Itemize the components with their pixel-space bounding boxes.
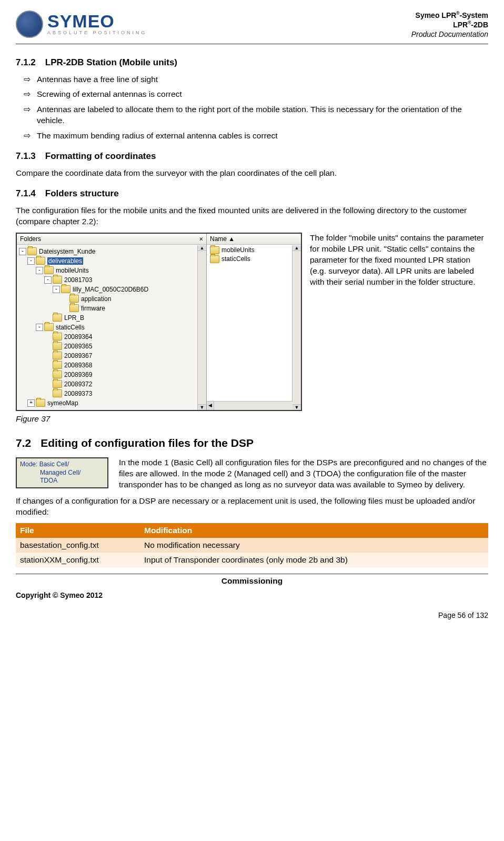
file-name: mobileUnits: [221, 246, 255, 254]
tree-row: 20089369: [17, 370, 206, 379]
tree-label: application: [81, 295, 111, 303]
tree-label: LPR_B: [64, 314, 84, 322]
folder-icon: [53, 352, 62, 359]
heading-7-1-3: 7.1.3Formatting of coordinates: [16, 151, 488, 162]
folder-screenshot: Folders × -Dateisystem_Kunde-deliverable…: [16, 233, 302, 411]
folders-pane-title: Folders: [20, 235, 41, 243]
paragraph: In the mode 1 (Basic Cell) all configura…: [119, 457, 488, 490]
folder-icon: [210, 246, 219, 254]
list-item: ⇨Screwing of external antennas is correc…: [24, 89, 488, 100]
tree-label: 20089364: [64, 333, 92, 341]
bullet-icon: ⇨: [24, 104, 31, 126]
logo-text-main: SYMEO: [47, 13, 147, 29]
close-icon: ×: [199, 235, 203, 243]
tree-label: deliverables: [47, 257, 83, 265]
modification-table: File Modification basestation_config.txt…: [16, 523, 488, 567]
paragraph: The configuration files for the mobile u…: [16, 205, 488, 227]
tree-row: 20089365: [17, 342, 206, 351]
table-header-modification: Modification: [140, 523, 488, 538]
tree-label: firmware: [81, 305, 105, 312]
list-item: ⇨Antennas have a free line of sight: [24, 74, 488, 85]
tree-label: mobileUnits: [56, 267, 89, 274]
tree-toggle-icon: -: [27, 257, 35, 265]
tree-row: 20089367: [17, 351, 206, 361]
tree-row: 20089373: [17, 389, 206, 398]
folder-icon: [53, 276, 62, 284]
tree-row: 20089364: [17, 332, 206, 342]
page-header: SYMEO ABSOLUTE POSITIONING Symeo LPR®-Sy…: [16, 11, 488, 44]
table-row: basestation_config.txt No modification n…: [16, 538, 488, 553]
folder-icon: [69, 295, 79, 303]
tree-label: 20089367: [64, 352, 92, 359]
file-list-row: staticCells: [207, 255, 301, 264]
footer-section-title: Commissioning: [16, 574, 488, 591]
figure-caption: Figure 37: [16, 414, 488, 424]
file-list-row: mobileUnits: [207, 246, 301, 255]
tree-toggle-icon: -: [36, 324, 43, 331]
folder-icon: [53, 389, 62, 397]
tree-row: 20089372: [17, 379, 206, 389]
folder-icon: [210, 255, 219, 263]
heading-7-1-4: 7.1.4Folders structure: [16, 188, 488, 199]
scrollbar-vertical: [197, 245, 206, 410]
tree-label: Dateisystem_Kunde: [39, 248, 95, 255]
paragraph: Compare the coordinate data from the sur…: [16, 168, 488, 179]
tree-row: -lilly_MAC_0050C20D6B6D: [17, 285, 206, 294]
scrollbar-horizontal: [207, 401, 293, 410]
tree-row: firmware: [17, 304, 206, 313]
scrollbar-vertical: [292, 245, 301, 410]
name-column-header: Name ▲: [207, 234, 301, 245]
folder-icon: [53, 361, 62, 369]
heading-7-2: 7.2Editing of configuration files for th…: [16, 437, 488, 449]
tree-label: 20081703: [64, 276, 92, 284]
folder-icon: [44, 266, 54, 274]
tree-row: -Dateisystem_Kunde: [17, 247, 206, 256]
logo-icon: [16, 11, 43, 38]
logo-text-sub: ABSOLUTE POSITIONING: [47, 30, 147, 35]
tree-toggle-icon: +: [27, 399, 35, 407]
folder-icon: [53, 314, 62, 322]
logo: SYMEO ABSOLUTE POSITIONING: [16, 11, 147, 38]
tree-row: -mobileUnits: [17, 266, 206, 275]
folder-icon: [61, 285, 70, 293]
folder-icon: [44, 323, 54, 331]
heading-7-1-2: 7.1.2LPR-2DB Station (Mobile units): [16, 57, 488, 68]
tree-toggle-icon: -: [19, 248, 26, 255]
table-header-file: File: [16, 523, 140, 538]
tree-row: LPR_B: [17, 313, 206, 323]
folder-icon: [53, 380, 62, 388]
tree-toggle-icon: -: [36, 267, 43, 274]
tree-row: application: [17, 294, 206, 304]
folder-icon: [69, 304, 79, 312]
bullet-icon: ⇨: [24, 89, 31, 100]
tree-row: +symeoMap: [17, 398, 206, 408]
file-name: staticCells: [221, 255, 250, 263]
table-row: stationXXM_config.txt Input of Transpond…: [16, 553, 488, 567]
tree-toggle-icon: -: [53, 286, 60, 293]
tree-label: 20089365: [64, 343, 92, 350]
folder-icon: [36, 399, 45, 407]
bullet-icon: ⇨: [24, 74, 31, 85]
tree-label: 20089368: [64, 362, 92, 369]
tree-label: lilly_MAC_0050C20D6B6D: [73, 286, 148, 293]
copyright: Copyright © Symeo 2012: [16, 591, 488, 599]
folder-description: The folder "mobile units" contains the p…: [310, 233, 488, 288]
folder-icon: [53, 333, 62, 341]
tree-row: -20081703: [17, 275, 206, 285]
bullet-icon: ⇨: [24, 131, 31, 142]
tree-label: 20089369: [64, 371, 92, 378]
doc-title-block: Symeo LPR®-System LPR®-2DB Product Docum…: [411, 11, 488, 39]
page-number: Page 56 of 132: [16, 611, 488, 619]
tree-label: staticCells: [56, 324, 85, 331]
mode-callout-box: Mode: Basic Cell/ Managed Cell/ TDOA: [16, 457, 108, 488]
list-item: ⇨The maximum bending radius of external …: [24, 131, 488, 142]
paragraph: If changes of a configuration for a DSP …: [16, 496, 488, 518]
tree-label: symeoMap: [47, 399, 78, 407]
folder-icon: [53, 342, 62, 350]
bullet-list-7-1-2: ⇨Antennas have a free line of sight ⇨Scr…: [16, 74, 488, 142]
tree-row: -staticCells: [17, 323, 206, 332]
list-item: ⇨Antennas are labeled to allocate them t…: [24, 104, 488, 126]
tree-row: -deliverables: [17, 256, 206, 266]
tree-row: 20089368: [17, 361, 206, 370]
tree-label: 20089372: [64, 381, 92, 388]
